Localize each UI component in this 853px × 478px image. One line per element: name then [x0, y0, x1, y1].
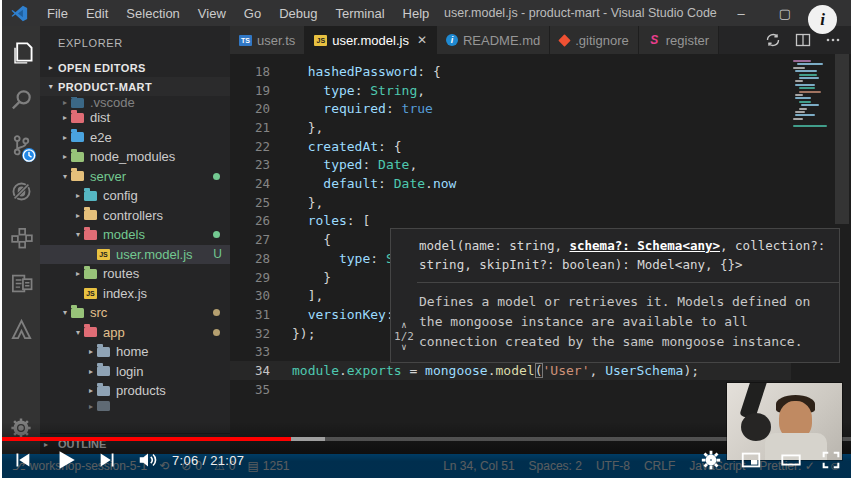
chevron-down-icon: ▾	[72, 328, 84, 337]
signature-next-icon[interactable]: ∨	[401, 343, 406, 352]
tab-label: .gitignore	[575, 33, 628, 48]
tree-item-app[interactable]: ▾app	[40, 323, 230, 343]
line-number: 18	[230, 64, 270, 79]
menu-go[interactable]: Go	[235, 0, 270, 26]
line-number: 21	[230, 120, 270, 135]
menu-bar: FileEditSelectionViewGoDebugTerminalHelp	[38, 0, 438, 26]
tree-item-node_modules[interactable]: ▸node_modules	[40, 147, 230, 167]
extensions-icon[interactable]	[2, 214, 40, 260]
test-report-icon[interactable]	[2, 260, 40, 306]
tree-item-label: products	[116, 383, 166, 398]
fullscreen-icon[interactable]	[811, 442, 851, 478]
minimap-line	[795, 97, 811, 99]
code-text: typed: Date,	[270, 157, 417, 172]
chevron-right-icon: ▸	[85, 367, 97, 376]
tree-item-models[interactable]: ▾models	[40, 225, 230, 245]
maximize-button[interactable]: ▢	[763, 0, 807, 26]
vscode-logo-icon	[11, 5, 28, 22]
tab-user-model-js[interactable]: JSuser.model.js✕	[305, 26, 437, 54]
sync-icon[interactable]	[765, 32, 781, 48]
folder-icon	[71, 113, 84, 123]
previous-icon[interactable]	[2, 442, 42, 478]
tab-label: README.md	[463, 33, 540, 48]
tree-item-dist[interactable]: ▸dist	[40, 108, 230, 128]
chevron-down-icon: ▾	[72, 230, 84, 239]
tree-item-partial[interactable]: ▸	[40, 401, 230, 412]
minimap-line	[799, 77, 819, 79]
minimap-line	[799, 91, 821, 93]
tab-register[interactable]: Sregister	[639, 26, 719, 54]
signature-text: model(name: string, schema?: Schema<any>…	[417, 229, 839, 283]
tab-README-md[interactable]: iREADME.md	[437, 26, 550, 54]
menu-file[interactable]: File	[38, 0, 77, 26]
tree-item-.vscode[interactable]: ▸.vscode	[40, 97, 230, 108]
minimap-line	[799, 108, 807, 110]
tree-item-login[interactable]: ▸login	[40, 362, 230, 382]
tree-item-label: node_modules	[90, 149, 175, 164]
minimap-line	[797, 63, 823, 65]
code-text: hashedPassword: {	[270, 64, 441, 79]
tree-item-routes[interactable]: ▸routes	[40, 264, 230, 284]
tree-item-home[interactable]: ▸home	[40, 342, 230, 362]
tree-item-label: server	[90, 169, 126, 184]
play-icon[interactable]	[42, 442, 88, 478]
volume-icon[interactable]	[128, 442, 168, 478]
search-icon[interactable]	[2, 76, 40, 122]
signature-description: Defines a model or retrieves it. Models …	[417, 283, 839, 362]
code-line-18: 18 hashedPassword: {	[230, 62, 851, 81]
menu-debug[interactable]: Debug	[270, 0, 326, 26]
workspace-root-section[interactable]: ▾ PRODUCT-MART	[40, 77, 230, 96]
debug-icon[interactable]	[2, 168, 40, 214]
next-icon[interactable]	[88, 442, 128, 478]
miniplayer-icon[interactable]	[731, 442, 771, 478]
tree-item-label: user.model.js	[116, 247, 193, 262]
tree-item-label: index.js	[103, 286, 147, 301]
tree-item-server[interactable]: ▾server	[40, 167, 230, 187]
open-editors-section[interactable]: ▸ OPEN EDITORS	[40, 58, 230, 77]
code-line-21: 21 },	[230, 118, 851, 137]
tree-item-e2e[interactable]: ▸e2e	[40, 128, 230, 148]
tree-item-config[interactable]: ▸config	[40, 186, 230, 206]
video-progress-bar[interactable]	[2, 437, 851, 441]
minimize-button[interactable]: –	[719, 0, 763, 26]
tree-item-index.js[interactable]: JSindex.js	[40, 284, 230, 304]
git-status-dot	[213, 173, 220, 180]
code-text: createdAt: {	[270, 139, 402, 154]
tab-user-ts[interactable]: TSuser.ts	[230, 26, 305, 54]
git-status-letter: U	[213, 247, 222, 261]
explorer-icon[interactable]	[2, 30, 40, 76]
tab--gitignore[interactable]: .gitignore	[550, 26, 638, 54]
code-text: module.exports = mongoose.model('User', …	[270, 363, 699, 378]
player-settings-gear-icon[interactable]	[691, 442, 731, 478]
menu-terminal[interactable]: Terminal	[326, 0, 393, 26]
more-actions-icon[interactable]	[825, 32, 841, 48]
code-text: }	[270, 270, 331, 285]
folder-icon	[71, 171, 84, 181]
theater-mode-icon[interactable]	[771, 442, 811, 478]
menu-view[interactable]: View	[189, 0, 235, 26]
tree-item-user.model.js[interactable]: JSuser.model.jsU	[40, 245, 230, 265]
code-line-25: 25 },	[230, 193, 851, 212]
minimap-line	[799, 87, 815, 89]
tab-close-icon[interactable]: ✕	[417, 33, 427, 47]
tree-item-products[interactable]: ▸products	[40, 381, 230, 401]
tree-item-src[interactable]: ▾src	[40, 303, 230, 323]
code-text: default: Date.now	[270, 176, 456, 191]
menu-edit[interactable]: Edit	[77, 0, 117, 26]
code-text: });	[270, 326, 315, 341]
source-control-icon[interactable]	[2, 122, 40, 168]
video-info-button[interactable]: i	[808, 5, 837, 34]
menu-selection[interactable]: Selection	[117, 0, 188, 26]
tree-item-label: home	[116, 344, 149, 359]
line-number: 30	[230, 288, 270, 303]
menu-help[interactable]: Help	[394, 0, 439, 26]
signature-prev-icon[interactable]: ∧	[401, 321, 406, 330]
azure-icon[interactable]	[2, 306, 40, 352]
tree-item-controllers[interactable]: ▸controllers	[40, 206, 230, 226]
explorer-sidebar: EXPLORER ▸ OPEN EDITORS ▾ PRODUCT-MART ▸…	[40, 26, 230, 454]
minimap-line	[799, 74, 817, 76]
code-text: required: true	[270, 101, 433, 116]
chevron-right-icon: ▸	[85, 347, 97, 356]
tree-item-label: e2e	[90, 130, 112, 145]
split-editor-icon[interactable]	[795, 32, 811, 48]
